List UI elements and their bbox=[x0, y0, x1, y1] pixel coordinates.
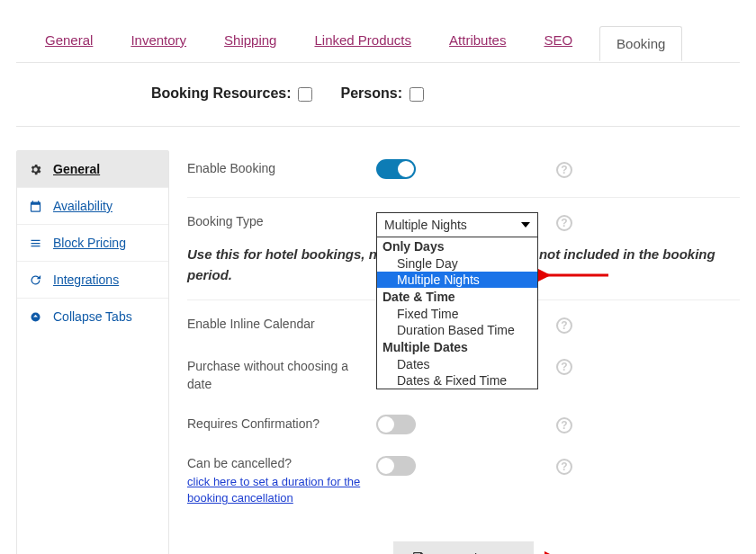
annotation-arrow-icon bbox=[544, 549, 616, 554]
refresh-icon bbox=[28, 273, 42, 287]
dropdown-option-dates[interactable]: Dates bbox=[377, 356, 537, 372]
tab-attributes[interactable]: Attributes bbox=[438, 23, 517, 62]
collapse-icon bbox=[28, 309, 42, 324]
sidebar-item-availability[interactable]: Availability bbox=[17, 188, 168, 225]
dropdown-option-duration-based-time[interactable]: Duration Based Time bbox=[377, 322, 537, 338]
gear-icon bbox=[28, 162, 42, 176]
dropdown-group-date-time: Date & Time bbox=[377, 288, 537, 306]
inline-calendar-label: Enable Inline Calendar bbox=[187, 315, 376, 331]
help-icon[interactable]: ? bbox=[556, 159, 572, 178]
enable-booking-toggle[interactable] bbox=[376, 159, 416, 179]
tab-inventory[interactable]: Inventory bbox=[120, 23, 197, 62]
booking-settings-panel: Enable Booking ? Booking Type Multiple N… bbox=[187, 150, 740, 554]
sidebar-item-general[interactable]: General bbox=[17, 151, 168, 188]
dropdown-group-only-days: Only Days bbox=[377, 237, 537, 255]
booking-type-label: Booking Type bbox=[187, 212, 376, 228]
sidebar: General Availability Block Pricing Integ… bbox=[16, 150, 169, 554]
help-icon[interactable]: ? bbox=[556, 456, 572, 475]
sidebar-item-label: General bbox=[53, 162, 100, 176]
requires-confirmation-label: Requires Confirmation? bbox=[187, 415, 376, 431]
dropdown-group-multiple-dates: Multiple Dates bbox=[377, 338, 537, 356]
dropdown-option-fixed-time[interactable]: Fixed Time bbox=[377, 306, 537, 322]
top-tabs: General Inventory Shipping Linked Produc… bbox=[16, 14, 740, 63]
booking-type-dropdown: Only Days Single Day Multiple Nights Dat… bbox=[376, 237, 538, 389]
tab-linked-products[interactable]: Linked Products bbox=[303, 23, 422, 62]
enable-booking-label: Enable Booking bbox=[187, 159, 376, 175]
row-can-be-cancelled: Can be cancelled? click here to set a du… bbox=[187, 449, 740, 514]
booking-type-select[interactable]: Multiple Nights bbox=[376, 212, 538, 237]
booking-resources-checkbox[interactable] bbox=[298, 87, 312, 102]
purchase-no-date-label: Purchase without choosing a date bbox=[187, 356, 376, 393]
help-icon[interactable]: ? bbox=[556, 315, 572, 334]
sidebar-item-block-pricing[interactable]: Block Pricing bbox=[17, 225, 168, 262]
save-bar: Save Changes bbox=[187, 541, 740, 554]
tab-booking[interactable]: Booking bbox=[599, 26, 682, 61]
dropdown-option-multiple-nights[interactable]: Multiple Nights bbox=[377, 272, 537, 288]
persons-checkbox[interactable] bbox=[410, 87, 424, 102]
sidebar-item-label: Availability bbox=[53, 199, 112, 213]
booking-feature-toggles: Booking Resources: Persons: bbox=[16, 63, 740, 127]
row-enable-booking: Enable Booking ? bbox=[187, 150, 740, 198]
tab-general[interactable]: General bbox=[34, 23, 104, 62]
list-icon bbox=[28, 236, 42, 250]
requires-confirmation-toggle[interactable] bbox=[376, 415, 416, 434]
row-requires-confirmation: Requires Confirmation? ? bbox=[187, 407, 740, 442]
booking-resources-label: Booking Resources: bbox=[151, 85, 292, 101]
can-be-cancelled-toggle[interactable] bbox=[376, 456, 416, 476]
help-icon[interactable]: ? bbox=[556, 356, 572, 375]
help-icon[interactable]: ? bbox=[556, 212, 572, 231]
save-icon bbox=[411, 550, 426, 554]
persons-label: Persons: bbox=[340, 85, 401, 101]
booking-type-value: Multiple Nights bbox=[384, 218, 467, 232]
save-changes-button[interactable]: Save Changes bbox=[393, 541, 534, 554]
sidebar-item-label: Integrations bbox=[53, 273, 119, 287]
tab-shipping[interactable]: Shipping bbox=[213, 23, 287, 62]
row-booking-type: Booking Type Multiple Nights Only Days S… bbox=[187, 205, 740, 237]
help-icon[interactable]: ? bbox=[556, 415, 572, 433]
chevron-down-icon bbox=[521, 222, 530, 228]
calendar-icon bbox=[28, 199, 42, 213]
sidebar-item-collapse-tabs[interactable]: Collapse Tabs bbox=[17, 299, 168, 335]
cancellation-duration-link[interactable]: click here to set a duration for the boo… bbox=[187, 474, 376, 506]
sidebar-item-label: Block Pricing bbox=[53, 236, 126, 250]
sidebar-item-integrations[interactable]: Integrations bbox=[17, 262, 168, 299]
can-be-cancelled-label: Can be cancelled? bbox=[187, 456, 292, 470]
tab-seo[interactable]: SEO bbox=[533, 23, 583, 62]
dropdown-option-single-day[interactable]: Single Day bbox=[377, 255, 537, 272]
dropdown-option-dates-fixed-time[interactable]: Dates & Fixed Time bbox=[377, 372, 537, 389]
sidebar-item-label: Collapse Tabs bbox=[53, 309, 132, 324]
